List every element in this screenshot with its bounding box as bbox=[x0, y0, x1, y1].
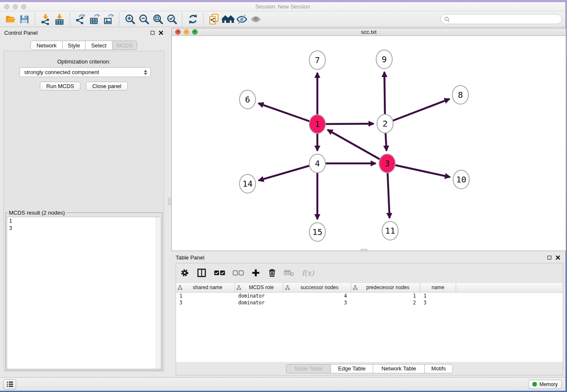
save-session-button[interactable] bbox=[17, 12, 31, 26]
memory-status-icon bbox=[532, 382, 537, 386]
open-session-button[interactable] bbox=[3, 12, 17, 26]
table-row[interactable]: 1 dominator 4 1 1 bbox=[176, 293, 563, 299]
cell-shared-name[interactable]: 3 bbox=[176, 300, 235, 306]
select-stepper-icon bbox=[144, 70, 147, 75]
graph-node-label: 2 bbox=[383, 119, 388, 129]
main-content: Control Panel Network Style Select MCDS … bbox=[0, 27, 565, 377]
zoom-in-icon bbox=[124, 14, 135, 25]
tab-motifs[interactable]: Motifs bbox=[425, 364, 453, 373]
control-panel: Control Panel Network Style Select MCDS … bbox=[0, 27, 168, 377]
column-header-predecessor-nodes[interactable]: predecessor nodes bbox=[351, 283, 420, 292]
window-title: Session: New Session bbox=[0, 3, 565, 10]
tab-select[interactable]: Select bbox=[85, 41, 113, 50]
search-icon bbox=[444, 17, 450, 22]
cell-mcds-role[interactable]: dominator bbox=[235, 293, 284, 299]
show-all-button[interactable] bbox=[249, 12, 263, 26]
graph-edge-3-10[interactable] bbox=[387, 163, 450, 177]
column-header-shared-name[interactable]: shared name bbox=[176, 283, 235, 292]
graph-edge-2-8[interactable] bbox=[385, 99, 449, 124]
memory-button[interactable]: Memory bbox=[528, 380, 562, 389]
graph-edge-3-1[interactable] bbox=[328, 130, 387, 163]
cell-shared-name[interactable]: 1 bbox=[176, 293, 235, 299]
graph-edge-1-6[interactable] bbox=[259, 103, 317, 124]
titlebar: Session: New Session bbox=[0, 2, 565, 11]
export-table-button[interactable] bbox=[88, 12, 102, 26]
graph-node-label: 10 bbox=[456, 174, 466, 185]
save-disk-icon bbox=[19, 14, 30, 25]
zoom-out-icon bbox=[138, 14, 149, 25]
tab-node-table[interactable]: Node Table bbox=[286, 364, 331, 373]
tab-network[interactable]: Network bbox=[30, 41, 63, 50]
tab-edge-table[interactable]: Edge Table bbox=[331, 364, 373, 373]
deselect-all-button[interactable] bbox=[233, 270, 244, 276]
cell-name[interactable]: 3 bbox=[420, 300, 456, 306]
cell-name[interactable]: 1 bbox=[420, 293, 456, 299]
zoom-out-button[interactable] bbox=[137, 12, 151, 26]
network-graph[interactable]: 7968124314101511 bbox=[172, 36, 566, 249]
tab-network-table[interactable]: Network Table bbox=[373, 364, 425, 373]
zoom-selected-button[interactable] bbox=[165, 12, 179, 26]
table-row[interactable]: 3 dominator 3 2 3 bbox=[176, 299, 563, 306]
columns-icon bbox=[197, 268, 206, 278]
apply-layout-button[interactable] bbox=[186, 12, 200, 26]
cell-predecessor-nodes[interactable]: 2 bbox=[351, 300, 420, 306]
mcds-result-box: MCDS result (2 nodes) 1 3 bbox=[6, 210, 162, 370]
column-type-icon bbox=[237, 285, 241, 290]
import-network-button[interactable] bbox=[39, 12, 52, 26]
zoom-fit-button[interactable] bbox=[151, 12, 165, 26]
select-all-button[interactable] bbox=[214, 270, 225, 276]
export-image-button[interactable] bbox=[102, 12, 116, 26]
result-line: 1 bbox=[7, 217, 161, 224]
network-canvas[interactable]: 7968124314101511 bbox=[172, 36, 566, 251]
graph-node-label: 7 bbox=[315, 55, 320, 65]
network-view-window: × − + scc.txt 7968124314101511 bbox=[171, 28, 566, 251]
network-window-titlebar[interactable]: × − + scc.txt bbox=[172, 28, 566, 36]
show-log-button[interactable] bbox=[3, 379, 16, 389]
cell-successor-nodes[interactable]: 4 bbox=[284, 293, 351, 299]
plus-icon bbox=[251, 268, 260, 277]
unchecked-boxes-icon bbox=[233, 270, 244, 276]
horizontal-split-handle[interactable] bbox=[361, 249, 367, 251]
export-network-button[interactable] bbox=[74, 12, 88, 26]
function-builder-button-disabled: f(x) bbox=[302, 269, 314, 277]
trash-icon bbox=[268, 268, 276, 277]
vertical-split-handle[interactable] bbox=[168, 198, 171, 205]
clone-network-button[interactable] bbox=[207, 12, 221, 26]
run-mcds-button[interactable]: Run MCDS bbox=[40, 82, 80, 91]
table-settings-button[interactable] bbox=[180, 268, 189, 277]
graph-node-label: 11 bbox=[385, 226, 395, 236]
cell-predecessor-nodes[interactable]: 1 bbox=[351, 293, 420, 299]
toolbar-separator bbox=[119, 13, 119, 25]
result-scrollbar[interactable] bbox=[156, 217, 161, 369]
float-table-panel-icon[interactable] bbox=[548, 256, 551, 259]
float-panel-icon[interactable] bbox=[151, 31, 154, 35]
import-table-button[interactable] bbox=[52, 12, 66, 26]
export-image-icon bbox=[103, 14, 114, 25]
list-icon bbox=[6, 381, 14, 387]
close-panel-icon[interactable] bbox=[159, 30, 163, 35]
criterion-select[interactable]: strongly connected component bbox=[19, 67, 151, 77]
table-panel: Table Panel bbox=[171, 252, 566, 376]
close-panel-button[interactable]: Close panel bbox=[86, 82, 128, 91]
column-header-mcds-role[interactable]: MCDS role bbox=[235, 283, 284, 292]
main-toolbar bbox=[0, 11, 565, 27]
add-column-button[interactable] bbox=[251, 268, 260, 277]
cell-successor-nodes[interactable]: 3 bbox=[284, 300, 351, 306]
delete-column-button[interactable] bbox=[268, 268, 276, 277]
column-header-name[interactable]: name bbox=[420, 283, 456, 292]
node-table: shared name MCDS role successor nodes bbox=[176, 283, 563, 362]
mcds-result-title: MCDS result (2 nodes) bbox=[8, 210, 66, 216]
mcds-result-text[interactable]: 1 3 bbox=[7, 217, 161, 369]
zoom-in-button[interactable] bbox=[123, 12, 137, 26]
graph-edge-4-14[interactable] bbox=[259, 163, 317, 180]
tab-mcds[interactable]: MCDS bbox=[113, 41, 137, 50]
column-header-successor-nodes[interactable]: successor nodes bbox=[284, 283, 351, 292]
cell-mcds-role[interactable]: dominator bbox=[235, 300, 284, 306]
tab-style[interactable]: Style bbox=[63, 41, 85, 50]
close-table-panel-icon[interactable] bbox=[556, 255, 560, 260]
first-neighbors-button[interactable] bbox=[221, 12, 235, 26]
graph-node-label: 8 bbox=[458, 90, 463, 100]
show-columns-button[interactable] bbox=[197, 268, 206, 278]
search-input[interactable] bbox=[452, 16, 558, 22]
hide-selected-button[interactable] bbox=[235, 12, 249, 26]
